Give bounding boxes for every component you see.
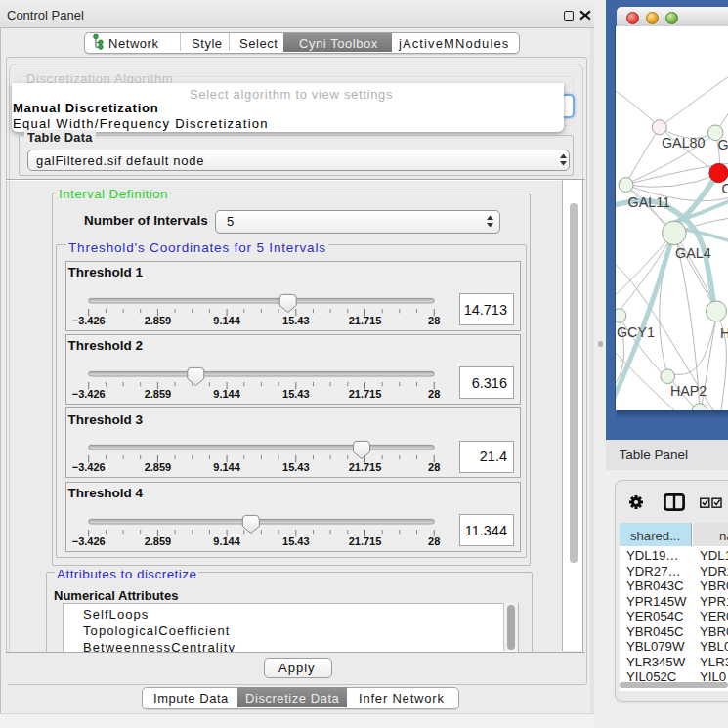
svg-text:9.144: 9.144 <box>213 388 240 400</box>
svg-text:−3.426: −3.426 <box>71 535 105 547</box>
svg-text:21.715: 21.715 <box>348 461 381 473</box>
svg-text:21.715: 21.715 <box>348 535 381 547</box>
svg-text:9.144: 9.144 <box>213 315 240 326</box>
svg-text:GAL4: GAL4 <box>675 245 711 261</box>
svg-text:9.144: 9.144 <box>213 535 240 547</box>
svg-text:2.859: 2.859 <box>144 461 171 473</box>
svg-text:15.43: 15.43 <box>282 315 310 326</box>
svg-text:21.715: 21.715 <box>348 315 381 326</box>
svg-text:GAL80: GAL80 <box>662 135 706 150</box>
svg-text:15.43: 15.43 <box>282 388 310 400</box>
svg-text:−3.426: −3.426 <box>71 315 105 326</box>
svg-text:9.144: 9.144 <box>213 461 240 473</box>
svg-text:15.43: 15.43 <box>282 535 310 547</box>
svg-text:H: H <box>720 325 728 341</box>
svg-text:−3.426: −3.426 <box>71 388 105 400</box>
svg-text:21.715: 21.715 <box>348 388 381 400</box>
svg-text:28: 28 <box>428 535 440 547</box>
svg-text:GCY1: GCY1 <box>617 324 655 340</box>
svg-text:2.859: 2.859 <box>144 388 171 400</box>
svg-text:2.859: 2.859 <box>144 315 171 326</box>
svg-text:28: 28 <box>428 461 440 473</box>
svg-text:HAP2: HAP2 <box>670 383 707 399</box>
svg-text:28: 28 <box>428 388 440 400</box>
svg-text:2.859: 2.859 <box>144 535 171 547</box>
svg-text:GAL11: GAL11 <box>628 194 670 210</box>
svg-text:15.43: 15.43 <box>282 461 310 473</box>
svg-text:GA: GA <box>718 137 728 152</box>
svg-text:28: 28 <box>428 315 440 326</box>
svg-text:C: C <box>722 181 728 196</box>
svg-text:−3.426: −3.426 <box>71 461 105 473</box>
